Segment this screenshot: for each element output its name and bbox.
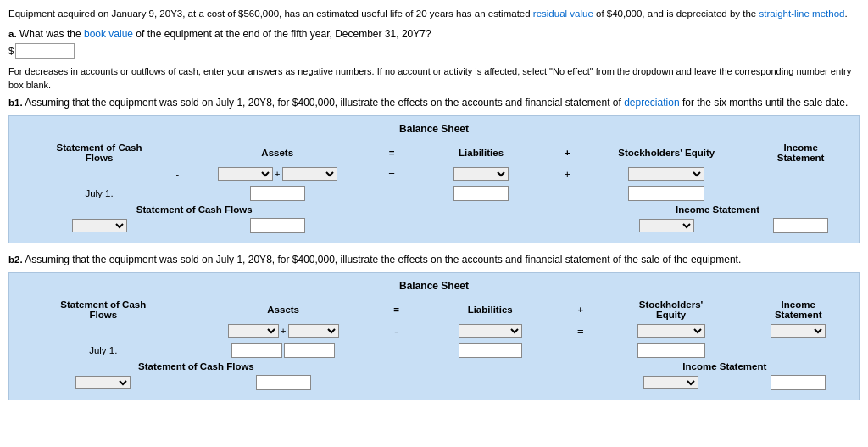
b2-assets-dropdown2[interactable] [288,324,339,338]
b1-stmt-input-row [16,215,852,236]
question-a-text: a. What was the book value of the equipm… [8,28,860,40]
b2-assets-input1[interactable] [231,343,282,358]
col2-plus-header: + [564,297,598,321]
b2-assets-dropdown1[interactable] [228,324,279,338]
intro-paragraph: Equipment acquired on January 9, 20Y3, a… [8,7,860,21]
b2-equity-input1[interactable] [637,343,705,358]
b2-equity-dropdown1[interactable] [637,324,705,338]
table-b2-title: Balance Sheet [16,280,852,292]
residual-value-link[interactable]: residual value [533,8,593,19]
intro-text2: of $40,000, and is depreciated by the [593,8,760,19]
col-equity-header: Stockholders' Equity [583,140,749,165]
col2-stmt-cash-header: Statement of CashFlows [16,297,191,321]
b1-liabilities-dropdown1[interactable] [453,167,509,181]
b1-stmt-dropdown[interactable] [72,219,127,232]
b2-income-input[interactable] [771,375,826,390]
question-b2-block: b2. Assuming that the equipment was sold… [8,254,860,265]
col-eq1-header: = [372,140,410,165]
question-a-block: a. What was the book value of the equipm… [8,28,860,59]
intro-text1: Equipment acquired on January 9, 20Y3, a… [8,8,533,19]
b1-stmt-input[interactable] [250,218,305,233]
col2-liabilities-header: Liabilities [416,297,564,321]
question-b1-block: b1. Assuming that the equipment was sold… [8,97,860,109]
b1-july1-row: July 1. [16,183,852,204]
b2-dropdown-row1: + - = [16,321,852,340]
b1-equity-dropdown1[interactable] [628,167,704,181]
col2-equity-header: Stockholders'Equity [598,297,745,321]
col-stmt-cash-header: Statement of CashFlows [16,140,182,165]
table-b1: Balance Sheet Statement of CashFlows Ass… [8,115,860,243]
b2-stmt-input-row [16,372,852,393]
b1-assets-input1[interactable] [250,186,305,201]
depreciation-link[interactable]: depreciation [624,97,679,109]
table-b1-title: Balance Sheet [16,123,852,135]
b2-income-dropdown1[interactable] [771,324,826,338]
b2-stmt-row: Statement of Cash Flows Income Statement [16,360,852,372]
question-b2-label: b2. [8,254,23,265]
b1-income-input[interactable] [773,218,828,233]
b2-assets-input2[interactable] [284,343,335,358]
question-b1-label: b1. [8,98,23,108]
dollar-prefix: $ [8,46,14,56]
question-a-label: a. [8,29,17,39]
col2-assets-header: Assets [191,297,376,321]
col2-eq1-header: = [376,297,416,321]
col-plus-header: + [552,140,584,165]
b1-income-dropdown[interactable] [639,219,694,232]
note-text: For decreases in accounts or outflows of… [8,65,860,92]
b2-stmt-input[interactable] [256,375,311,390]
b1-stmt-row: Statement of Cash Flows Income Statement [16,204,852,215]
col2-income-header: IncomeStatement [745,297,853,321]
b2-july1-row: July 1. [16,340,852,360]
intro-text3: . [844,8,847,19]
b1-july-label: July 1. [16,183,182,204]
b1-dropdown-row1: - + = + [16,165,852,183]
b1-equity-input1[interactable] [628,186,704,201]
col-income-header: IncomeStatement [749,140,852,165]
question-b1-text: b1. Assuming that the equipment was sold… [8,97,860,109]
b1-assets-dropdown2[interactable] [282,167,337,181]
b2-liabilities-input1[interactable] [459,343,522,358]
b1-assets-dropdown1[interactable] [218,167,273,181]
b1-stmt-cash-label: Statement of Cash Flows [136,204,253,215]
b2-july-label: July 1. [16,340,191,360]
book-value-link[interactable]: book value [84,28,133,40]
b2-income-dropdown2[interactable] [643,376,698,389]
b2-liabilities-dropdown1[interactable] [459,324,522,338]
straight-line-link[interactable]: straight-line method [759,8,844,19]
table-b2: Balance Sheet Statement of CashFlows Ass… [8,272,860,400]
b2-stmt-cash-label: Statement of Cash Flows [138,361,254,372]
col-liabilities-header: Liabilities [411,140,552,165]
b2-stmt-dropdown[interactable] [75,376,131,389]
b1-income-label: Income Statement [676,204,760,215]
b1-liabilities-input1[interactable] [453,186,509,201]
col-assets-header: Assets [182,140,372,165]
b2-income-label: Income Statement [682,361,766,372]
question-b2-text: b2. Assuming that the equipment was sold… [8,254,860,265]
answer-a-input[interactable] [15,43,75,59]
